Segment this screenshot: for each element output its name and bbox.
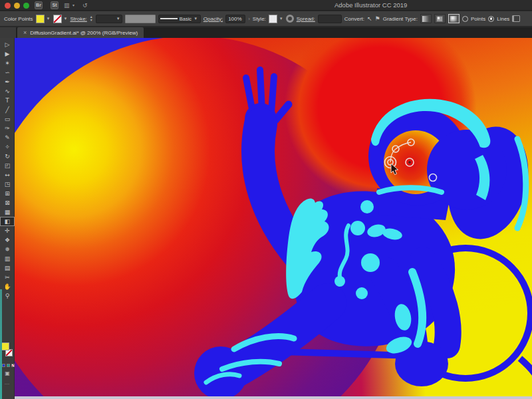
symbol-sprayer-tool[interactable]: ✵ (0, 245, 15, 254)
zoom-tool[interactable]: ⚲ (0, 291, 15, 301)
chevron-down-icon: ▼ (279, 17, 283, 21)
left-edge-stripe (0, 289, 2, 399)
spread-label[interactable]: Spread: (297, 16, 315, 22)
chevron-down-icon: ▼ (47, 17, 51, 21)
panel-options-icon[interactable] (512, 15, 520, 22)
gradient-type-freeform-button[interactable] (448, 14, 460, 23)
tools-panel: ▷▶✶∽✒∿T╱▭✑✎✧↻◰↔◳⊞⊠▦◧✛❖✵▥▤✂✋⚲ ▣ … (0, 38, 15, 399)
chevron-down-icon: ▾ (72, 1, 74, 9)
close-tab-icon[interactable]: × (23, 29, 27, 36)
close-window-button[interactable] (5, 3, 11, 9)
hand-tool[interactable]: ✋ (0, 282, 15, 291)
mode-label: Color Points (4, 16, 33, 22)
opacity-value: 100% (228, 16, 241, 22)
visor-shadow (427, 130, 507, 209)
chevron-down-icon: ▼ (64, 17, 68, 21)
tab-bar-stub (0, 27, 16, 38)
bottom-edge-strip (15, 396, 532, 399)
draw-lines-radio[interactable] (488, 16, 494, 22)
convert-to-point-icon[interactable]: ↖ (367, 15, 372, 22)
stroke-weight-stepper[interactable]: ▲▼ (90, 15, 93, 22)
pencil-tool[interactable]: ✎ (0, 133, 15, 142)
draw-mode-icon[interactable]: ▣ (0, 370, 15, 376)
draw-lines-label[interactable]: Lines (497, 16, 509, 22)
section-separator: › (248, 16, 250, 22)
scale-tool[interactable]: ◰ (0, 161, 15, 170)
opacity-label[interactable]: Opacity: (203, 16, 223, 22)
mesh-tool[interactable]: ▦ (0, 207, 15, 217)
document-tab-title: DiffusionGradient.ai* @ 200% (RGB/Previe… (30, 30, 138, 36)
perspective-grid-tool[interactable]: ⊠ (0, 198, 15, 207)
arrange-documents-icon[interactable]: ▥ (64, 1, 70, 9)
fill-stroke-indicator[interactable] (1, 342, 13, 360)
gradient-button[interactable] (7, 364, 10, 367)
minimize-window-button[interactable] (14, 3, 20, 9)
fill-swatch[interactable] (1, 342, 9, 350)
shaper-tool[interactable]: ✧ (0, 142, 15, 152)
stroke-color-swatch[interactable] (53, 15, 62, 23)
spread-field[interactable] (318, 15, 342, 23)
blend-tool[interactable]: ❖ (0, 235, 15, 245)
curvature-tool[interactable]: ∿ (0, 86, 15, 96)
stock-icon[interactable]: St (51, 1, 59, 9)
rotate-tool[interactable]: ↻ (0, 152, 15, 161)
style-swatch[interactable] (269, 15, 277, 23)
document-tab-bar: × DiffusionGradient.ai* @ 200% (RGB/Prev… (0, 27, 532, 38)
stroke-weight-select[interactable]: ▼ (96, 15, 122, 23)
brush-name: Basic (180, 16, 192, 22)
document-tab[interactable]: × DiffusionGradient.ai* @ 200% (RGB/Prev… (17, 27, 144, 38)
rectangle-tool[interactable]: ▭ (0, 114, 15, 124)
graph-tool[interactable]: ▥ (0, 254, 15, 263)
color-mode-buttons (2, 364, 15, 367)
shape-builder-tool[interactable]: ⊞ (0, 189, 15, 198)
free-transform-tool[interactable]: ◳ (0, 180, 15, 189)
convert-to-line-icon[interactable]: ⚑ (375, 15, 380, 22)
brush-definition-select[interactable]: Basic ▼ (158, 15, 201, 23)
window-title: Adobe Illustrator CC 2019 (334, 1, 407, 9)
variable-width-profile-select[interactable] (125, 15, 156, 23)
edit-toolbar-icon[interactable]: … (0, 380, 15, 386)
bridge-icon[interactable]: Br (35, 1, 43, 9)
direct-selection-tool[interactable]: ▷ (0, 40, 15, 49)
magic-wand-tool[interactable]: ✶ (0, 59, 15, 68)
line-segment-tool[interactable]: ╱ (0, 105, 15, 114)
artboard-tool[interactable]: ▤ (0, 263, 15, 273)
gradient-type-linear-button[interactable] (420, 14, 432, 23)
eyedropper-tool[interactable]: ✛ (0, 226, 15, 235)
gradient-point-dot (408, 161, 411, 164)
gradient-tool[interactable]: ◧ (0, 217, 15, 226)
opacity-field[interactable]: 100% (225, 15, 245, 23)
restore-icon[interactable]: ↺ (82, 1, 88, 9)
gradient-type-label: Gradient Type: (383, 16, 418, 22)
title-bar: Br St ▥ ▾ ↺ Adobe Illustrator CC 2019 (0, 0, 532, 11)
draw-points-radio[interactable] (462, 16, 468, 22)
draw-points-label[interactable]: Points (471, 16, 485, 22)
pen-tool[interactable]: ✒ (0, 77, 15, 86)
illustrator-window: Br St ▥ ▾ ↺ Adobe Illustrator CC 2019 Co… (0, 0, 532, 399)
width-tool[interactable]: ↔ (0, 170, 15, 180)
astronaut-blue-silhouette (194, 70, 532, 399)
stroke-weight-label[interactable]: Stroke: (70, 16, 86, 22)
astronaut-artwork (15, 38, 532, 399)
paintbrush-tool[interactable]: ✑ (0, 124, 15, 133)
color-button[interactable] (2, 364, 5, 367)
control-bar: Color Points ▼ ▼ Stroke: ▲▼ ▼ Basic ▼ Op… (0, 11, 532, 27)
tool-list: ▷▶✶∽✒∿T╱▭✑✎✧↻◰↔◳⊞⊠▦◧✛❖✵▥▤✂✋⚲ (0, 38, 14, 301)
type-tool[interactable]: T (0, 96, 15, 105)
gradient-type-radial-button[interactable] (434, 14, 446, 23)
brush-stroke-preview (160, 18, 178, 19)
document-status-icon[interactable] (286, 15, 294, 23)
chevron-down-icon: ▼ (194, 17, 198, 21)
selection-tool[interactable]: ▶ (0, 49, 15, 59)
convert-label: Convert: (344, 16, 364, 22)
lasso-tool[interactable]: ∽ (0, 68, 15, 77)
zoom-window-button[interactable] (23, 3, 29, 9)
artboard-canvas[interactable] (15, 38, 532, 399)
slice-tool[interactable]: ✂ (0, 273, 15, 282)
style-label: Style: (253, 16, 266, 22)
fill-color-swatch[interactable] (36, 15, 45, 23)
